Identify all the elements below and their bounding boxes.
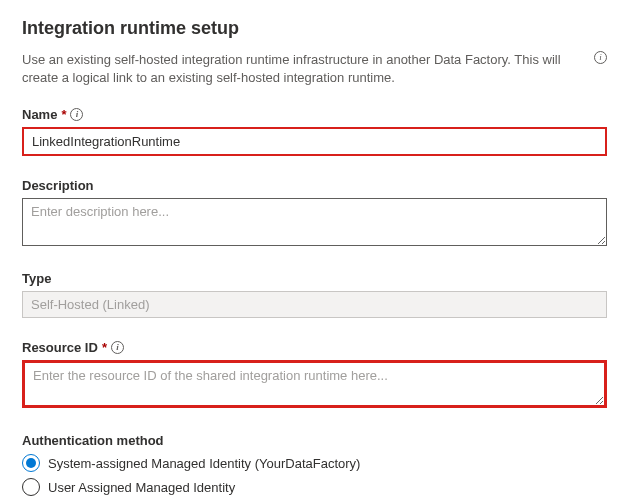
auth-option-system[interactable]: System-assigned Managed Identity (YourDa… [22,454,607,472]
auth-option-label: User Assigned Managed Identity [48,480,235,495]
page-title: Integration runtime setup [22,18,607,39]
page-subtitle: Use an existing self-hosted integration … [22,51,588,87]
name-label: Name * i [22,107,607,122]
info-icon[interactable]: i [111,341,124,354]
type-label: Type [22,271,607,286]
auth-option-label: System-assigned Managed Identity (YourDa… [48,456,360,471]
description-input[interactable] [22,198,607,246]
name-input[interactable] [22,127,607,156]
auth-method-label: Authentication method [22,433,607,448]
radio-selected-icon [22,454,40,472]
auth-option-user[interactable]: User Assigned Managed Identity [22,478,607,496]
description-label: Description [22,178,607,193]
info-icon[interactable]: i [594,51,607,64]
type-value: Self-Hosted (Linked) [22,291,607,318]
resource-id-label: Resource ID * i [22,340,607,355]
info-icon[interactable]: i [70,108,83,121]
resource-id-input[interactable] [22,360,607,408]
radio-unselected-icon [22,478,40,496]
